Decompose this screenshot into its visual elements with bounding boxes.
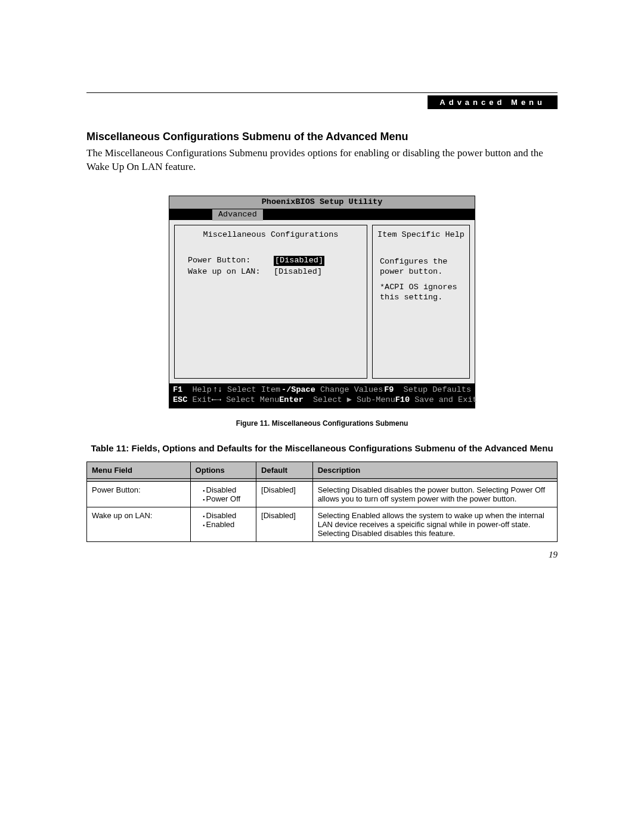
- section-title: Miscellaneous Configurations Submenu of …: [86, 131, 558, 143]
- th-menu-field: Menu Field: [87, 462, 191, 479]
- key-esc: ESC: [173, 395, 187, 404]
- option-item: Enabled: [206, 520, 251, 529]
- bios-utility-title: PhoenixBIOS Setup Utility: [169, 196, 475, 209]
- key-f9: F9: [384, 385, 394, 394]
- th-default: Default: [256, 462, 313, 479]
- cell-options: Disabled Power Off: [190, 482, 256, 507]
- cell-menu-field: Power Button:: [87, 482, 191, 507]
- bios-menu-bar: Advanced: [169, 209, 475, 220]
- bios-right-pane: Item Specific Help Configures the power …: [372, 225, 470, 379]
- section-intro: The Miscellaneous Configurations Submenu…: [86, 147, 558, 174]
- cell-description: Selecting Enabled allows the system to w…: [312, 507, 557, 542]
- label-save-exit: Save and Exit: [414, 395, 477, 404]
- cell-description: Selecting Disabled disables the power bu…: [312, 482, 557, 507]
- table-title: Table 11: Fields, Options and Defaults f…: [86, 443, 558, 453]
- bios-right-title: Item Specific Help: [377, 229, 465, 256]
- label-select-menu: Select Menu: [226, 395, 279, 404]
- key-minus-space: -/Space: [281, 385, 315, 394]
- key-updown: ↑↓: [213, 385, 222, 394]
- cell-options: Disabled Enabled: [190, 507, 256, 542]
- figure-caption: Figure 11. Miscellaneous Configurations …: [86, 419, 558, 428]
- bios-field-power-button-value: [Disabled]: [274, 256, 324, 266]
- option-item: Power Off: [206, 494, 251, 503]
- option-item: Disabled: [206, 485, 251, 494]
- options-table: Menu Field Options Default Description P…: [86, 462, 558, 542]
- key-f1: F1: [173, 385, 182, 394]
- th-options: Options: [190, 462, 256, 479]
- label-select-item: Select Item: [227, 385, 280, 394]
- bios-field-power-button-label: Power Button:: [188, 256, 271, 266]
- label-exit: Exit: [192, 395, 211, 404]
- bios-figure: PhoenixBIOS Setup Utility Advanced Misce…: [169, 196, 475, 408]
- label-select-submenu: Select ▶ Sub-Menu: [313, 395, 395, 404]
- bios-field-wake-lan-label: Wake up on LAN:: [188, 267, 271, 277]
- label-help: Help: [192, 385, 211, 394]
- table-row: Power Button: Disabled Power Off [Disabl…: [87, 482, 558, 507]
- key-enter: Enter: [279, 395, 304, 404]
- cell-default: [Disabled]: [256, 482, 313, 507]
- bios-tab-advanced: Advanced: [212, 209, 263, 221]
- page-number: 19: [549, 550, 558, 560]
- bios-left-title: Miscellaneous Configurations: [179, 229, 362, 256]
- bios-left-pane: Miscellaneous Configurations Power Butto…: [174, 225, 367, 379]
- bios-help-line1: Configures the power button.: [380, 257, 462, 277]
- bios-field-wake-lan-value: [Disabled]: [274, 267, 362, 277]
- bios-footer: F1 Help ↑↓ Select Item -/Space Change Va…: [169, 383, 475, 408]
- cell-default: [Disabled]: [256, 507, 313, 542]
- label-setup-defaults: Setup Defaults: [404, 385, 471, 394]
- bios-help-line2: *ACPI OS ignores this setting.: [380, 283, 462, 303]
- header-tag: Advanced Menu: [428, 95, 558, 109]
- th-description: Description: [312, 462, 557, 479]
- label-change-values: Change Values: [320, 385, 383, 394]
- key-leftright: ←→: [212, 395, 221, 404]
- table-row: Wake up on LAN: Disabled Enabled [Disabl…: [87, 507, 558, 542]
- cell-menu-field: Wake up on LAN:: [87, 507, 191, 542]
- key-f10: F10: [395, 395, 410, 404]
- option-item: Disabled: [206, 511, 251, 520]
